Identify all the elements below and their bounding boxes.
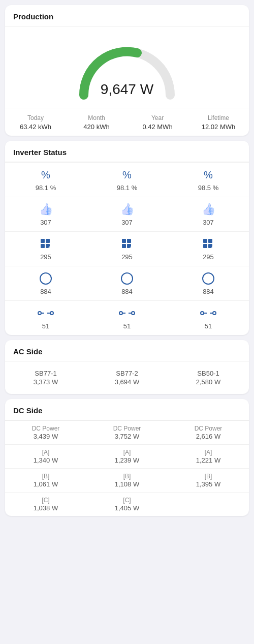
dc-label-0-2: DC Power [195,425,223,432]
percent-icon-2: % [204,168,213,182]
metric-val-grid-1: 295 [121,253,133,261]
metric-val-percent-0: 98.1 % [36,184,56,192]
dc-label-1-1: [A] [123,449,131,456]
svg-point-19 [119,312,122,315]
dc-c-row: [C] 1,038 W [C] 1,405 W [5,492,249,516]
dc-b-row: [B] 1,061 W [B] 1,108 W [B] 1,395 W [5,468,249,492]
ac-device-0: SB77-1 3,373 W [5,366,86,389]
dc-label-0-1: DC Power [113,425,141,432]
metric-grid-2: + 295 [168,232,249,266]
dc-value-1-1: 1,239 W [115,456,139,464]
metric-grid-1: + 295 [86,232,168,266]
dc-value-0-1: 3,752 W [115,433,139,440]
dc-value-2-0: 1,061 W [34,480,58,488]
svg-rect-10 [203,239,207,243]
metric-circle-2: 884 [168,266,249,300]
dc-value-3-0: 1,038 W [34,504,58,512]
metric-val-thumbs-0: 307 [40,219,51,226]
svg-point-18 [50,312,53,315]
dc-col-2-2: [B] 1,395 W [168,473,249,488]
svg-point-22 [132,312,135,315]
circle-icon-2 [202,271,214,286]
metric-val-thumbs-2: 307 [203,219,214,226]
production-card: Production 9,647 W Today 63.42 kWh Month… [5,5,249,136]
dc-label-1-0: [A] [42,449,50,456]
gauge-wrapper: 9,647 W [71,37,183,103]
connect-icon-2 [200,306,216,320]
metric-connect-2: 51 [168,301,249,335]
metric-percent-2: % 98.5 % [168,163,249,197]
dc-value-0-2: 2,616 W [196,433,220,440]
svg-rect-6 [127,239,131,243]
dc-label-3-0: [C] [42,497,49,504]
stat-lifetime: Lifetime 12.02 MWh [188,114,249,131]
inverter-grid-row: + 295 + 295 [5,231,249,266]
ac-device-2: SB50-1 2,580 W [168,366,249,389]
dc-value-1-2: 1,221 W [196,456,220,464]
dc-label-0-0: DC Power [32,425,60,432]
metric-val-connect-2: 51 [205,322,212,330]
grid-icon-2: + [202,237,214,251]
metric-val-connect-0: 51 [42,322,49,330]
dc-label-3-1: [C] [123,497,131,504]
dc-col-0-1: DC Power 3,752 W [86,425,168,440]
stat-month-value: 420 kWh [66,123,127,131]
dc-label-2-2: [B] [205,473,212,480]
stats-row: Today 63.42 kWh Month 420 kWh Year 0.42 … [5,108,249,136]
stat-lifetime-label: Lifetime [188,114,249,121]
stat-year: Year 0.42 MWh [127,114,188,131]
percent-icon-1: % [122,168,132,182]
svg-rect-11 [208,239,212,243]
gauge-section: 9,647 W [5,26,249,108]
thumbsup-icon-1: 👍 [120,202,134,217]
inverter-circle-row: 884 884 884 [5,266,249,300]
dc-col-1-0: [A] 1,340 W [5,449,86,464]
svg-rect-5 [122,239,126,243]
stat-month: Month 420 kWh [66,114,127,131]
svg-point-23 [201,312,204,315]
svg-rect-2 [41,244,45,248]
ac-device-name-0: SB77-1 [35,370,56,377]
svg-rect-0 [41,239,45,243]
metric-val-circle-0: 884 [40,288,51,295]
metric-thumbs-2: 👍 307 [168,197,249,231]
ac-side-card: AC Side SB77-1 3,373 W SB77-2 3,694 W SB… [5,340,249,394]
circle-icon-0 [40,271,52,286]
inverter-thumbs-row: 👍 307 👍 307 👍 307 [5,197,249,231]
dc-col-1-2: [A] 1,221 W [168,449,249,464]
inverter-percent-row: % 98.1 % % 98.1 % % 98.5 % [5,162,249,197]
svg-rect-7 [122,244,126,248]
dc-value-2-1: 1,108 W [115,480,139,488]
dc-col-0-2: DC Power 2,616 W [168,425,249,440]
dc-col-1-1: [A] 1,239 W [86,449,168,464]
ac-device-value-0: 3,373 W [34,378,58,386]
dc-side-card: DC Side DC Power 3,439 W DC Power 3,752 … [5,399,249,516]
grid-icon-0: + [40,237,52,251]
metric-connect-0: 51 [5,301,86,335]
dc-value-3-1: 1,405 W [115,504,139,512]
ac-device-name-2: SB50-1 [197,370,219,377]
ac-device-value-2: 2,580 W [196,378,220,386]
svg-text:+: + [130,245,133,250]
percent-icon-0: % [41,168,50,182]
dc-value-0-0: 3,439 W [34,433,58,440]
dc-a-row: [A] 1,340 W [A] 1,239 W [A] 1,221 W [5,444,249,468]
metric-circle-1: 884 [86,266,168,300]
metric-thumbs-1: 👍 307 [86,197,168,231]
stat-month-label: Month [66,114,127,121]
metric-val-circle-2: 884 [203,288,214,295]
circle-icon-1 [121,271,133,286]
thumbsup-icon-2: 👍 [202,202,215,217]
ac-device-value-1: 3,694 W [115,378,139,386]
metric-grid-0: + 295 [5,232,86,266]
svg-point-26 [213,312,216,315]
dc-col-3-0: [C] 1,038 W [5,497,86,512]
metric-val-circle-1: 884 [121,288,133,295]
dc-col-0-0: DC Power 3,439 W [5,425,86,440]
metric-val-connect-1: 51 [123,322,131,330]
svg-text:+: + [48,245,51,250]
metric-circle-0: 884 [5,266,86,300]
inverter-connect-row: 51 51 51 [5,300,249,335]
dc-value-2-2: 1,395 W [196,480,220,488]
svg-rect-1 [46,239,50,243]
